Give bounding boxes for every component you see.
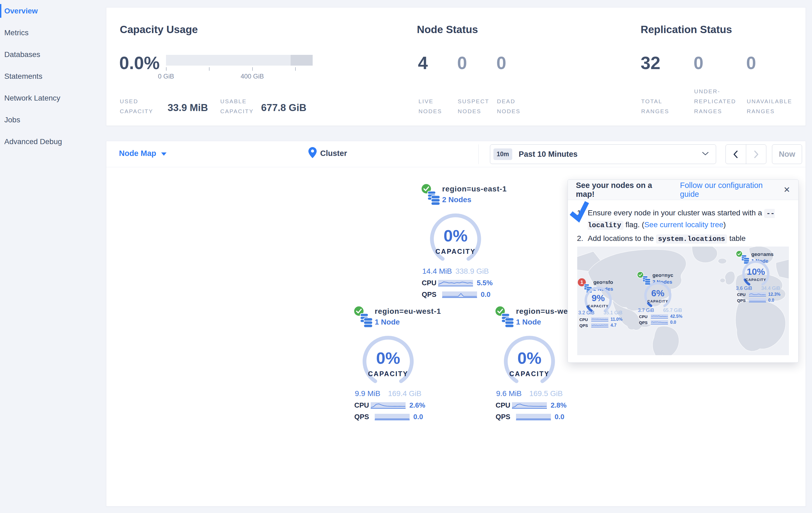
node-status-title: Node Status <box>417 24 478 35</box>
capacity-tick <box>252 67 253 71</box>
cpu-label: CPU <box>639 314 650 319</box>
suspect-nodes-label: SUSPECT NODES <box>458 96 493 116</box>
capacity-bar <box>166 55 313 65</box>
location-pin-icon <box>308 147 317 159</box>
cpu-row: CPU 42.5% <box>639 314 682 319</box>
used-value: 3.2 GiB <box>578 310 594 316</box>
tooltip-header: See your nodes on a map! Follow our conf… <box>568 180 798 200</box>
cpu-sparkline <box>651 314 668 319</box>
qps-row: QPS 0.0 <box>353 413 423 421</box>
capacity-tick-label-400: 400 GiB <box>233 73 271 80</box>
gauge-percent: 0% <box>498 348 560 368</box>
sidebar-item-network-latency[interactable]: Network Latency <box>0 90 106 105</box>
qps-sparkline <box>516 414 551 420</box>
gauge-capacity-label: CAPACITY <box>641 299 674 303</box>
cpu-sparkline <box>371 402 406 409</box>
used-value: 9.9 MiB <box>355 389 380 398</box>
view-selector-label: Node Map <box>119 149 156 158</box>
cpu-sparkline <box>512 402 547 409</box>
cpu-value: 12.3% <box>768 292 780 297</box>
sidebar-item-label: Jobs <box>4 116 20 124</box>
cpu-row: CPU 2.8% <box>494 401 564 409</box>
cpu-value: 42.5% <box>670 314 682 319</box>
sidebar-item-jobs[interactable]: Jobs <box>0 112 106 127</box>
capacity-gauge: 6% CAPACITY <box>641 281 674 310</box>
region-node-us-west-1: region=us-west-1 1 Node 0% CAPACITY 9.6 … <box>494 305 564 421</box>
qps-row: QPS 0.0 <box>494 413 564 421</box>
region-node-us-east-1: region=us-east-1 2 Nodes 0% CAPACITY 14.… <box>420 183 491 299</box>
qps-value: 0.0 <box>768 298 774 303</box>
sidebar-item-advanced-debug[interactable]: Advanced Debug <box>0 134 106 149</box>
dead-nodes-value: 0 <box>496 53 506 73</box>
nodes-count-link[interactable]: 1 Node <box>375 318 441 326</box>
unavailable-label: UNAVAILABLE RANGES <box>747 96 798 116</box>
cpu-row: CPU 2.6% <box>353 401 423 409</box>
time-next-button[interactable] <box>746 145 766 164</box>
capacity-tick <box>209 67 209 71</box>
qps-row: QPS 0.0 <box>420 290 491 299</box>
map-toolbar: Node Map Cluster 10m Past 10 Minutes Now <box>106 141 806 167</box>
now-button[interactable]: Now <box>772 144 802 164</box>
cpu-value: 5.5% <box>477 279 493 287</box>
cpu-label: CPU <box>354 401 369 409</box>
capacity-tick-label-0: 0 GiB <box>147 73 185 80</box>
breadcrumb[interactable]: Cluster <box>320 149 347 158</box>
nodes-count-link[interactable]: 2 Nodes <box>442 195 507 204</box>
sidebar-item-overview[interactable]: Overview <box>0 3 106 18</box>
cpu-row: CPU 5.5% <box>420 279 491 287</box>
under-replicated-value: 0 <box>694 53 703 73</box>
unavailable-value: 0 <box>746 53 756 73</box>
cpu-row: CPU 12.3% <box>737 292 780 297</box>
live-nodes-label: LIVE NODES <box>418 96 454 116</box>
chevron-down-icon <box>702 152 709 157</box>
cpu-label: CPU <box>496 401 510 409</box>
sidebar-item-label: Statements <box>4 72 42 81</box>
locality-tree-link[interactable]: See current locality tree <box>644 220 723 229</box>
time-range-badge: 10m <box>493 148 512 160</box>
suspect-nodes-value: 0 <box>457 53 467 73</box>
sidebar-item-label: Overview <box>4 7 38 15</box>
qps-sparkline <box>591 323 608 327</box>
time-prev-button[interactable] <box>726 145 746 164</box>
close-icon[interactable]: ✕ <box>784 185 790 194</box>
locality-label: geo=nyc <box>652 272 673 278</box>
configuration-guide-link[interactable]: Follow our configuration guide <box>680 181 784 199</box>
tooltip-title: See your nodes on a map! <box>576 181 673 199</box>
cpu-value: 2.8% <box>551 401 567 409</box>
used-value: 9.6 MiB <box>496 389 522 398</box>
node-map-setup-tooltip: See your nodes on a map! Follow our conf… <box>568 179 799 363</box>
node-map-panel: Node Map Cluster 10m Past 10 Minutes Now <box>106 141 806 507</box>
cpu-sparkline <box>591 317 608 322</box>
qps-label: QPS <box>422 290 440 299</box>
qps-label: QPS <box>639 320 650 325</box>
sidebar-item-metrics[interactable]: Metrics <box>0 25 106 40</box>
time-range-dropdown[interactable]: 10m Past 10 Minutes <box>490 144 716 164</box>
example-map-image: 1 geo=sfo 2 Nodes 9% CAPACITY 3.2 GiB 35… <box>577 247 789 355</box>
usable-capacity-value: 677.8 GiB <box>261 102 307 113</box>
time-pager <box>726 144 766 164</box>
gauge-percent: 9% <box>582 293 615 303</box>
step-text: ) <box>723 220 726 229</box>
qps-label: QPS <box>354 413 373 421</box>
qps-row: QPS 4.7 <box>579 323 616 328</box>
sidebar-item-label: Network Latency <box>4 94 60 103</box>
dead-nodes-label: DEAD NODES <box>497 96 532 116</box>
cpu-label: CPU <box>579 317 591 322</box>
used-capacity-value: 33.9 MiB <box>168 102 208 113</box>
total-ranges-label: TOTAL RANGES <box>641 96 682 116</box>
region-node-eu-west-1: region=eu-west-1 1 Node 0% CAPACITY 9.9 … <box>353 305 423 421</box>
total-value: 35.1 GiB <box>604 310 622 316</box>
capacity-percent: 0.0% <box>119 53 160 73</box>
sidebar-item-statements[interactable]: Statements <box>0 69 106 84</box>
qps-label: QPS <box>496 413 514 421</box>
database-stack-icon <box>501 313 514 329</box>
sidebar-item-databases[interactable]: Databases <box>0 47 106 62</box>
capacity-gauge: 0% CAPACITY <box>357 334 419 388</box>
database-stack-icon <box>360 313 373 329</box>
view-selector-dropdown[interactable]: Node Map <box>119 149 167 158</box>
used-capacity-label: USED CAPACITY <box>120 96 166 116</box>
gauge-capacity-label: CAPACITY <box>739 278 773 282</box>
qps-value: 0.0 <box>481 290 491 299</box>
cpu-value: 2.6% <box>409 401 425 409</box>
capacity-usage-title: Capacity Usage <box>120 24 198 35</box>
